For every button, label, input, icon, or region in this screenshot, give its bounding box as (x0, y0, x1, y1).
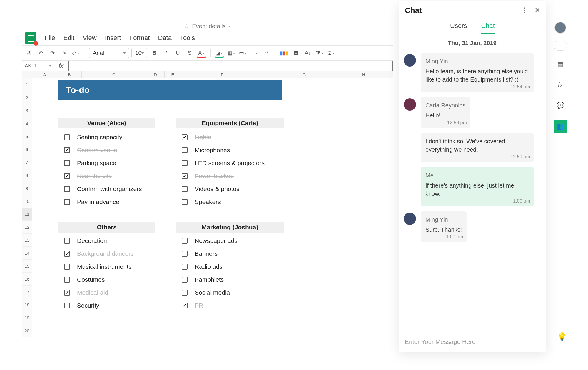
row-header[interactable]: 13 (22, 234, 32, 247)
close-icon[interactable]: ✕ (535, 6, 540, 14)
row-header[interactable]: 2 (22, 91, 32, 104)
task-checkbox[interactable] (64, 290, 70, 296)
menu-data[interactable]: Data (158, 34, 171, 42)
row-header[interactable]: 12 (22, 221, 32, 234)
task-checkbox[interactable] (182, 303, 188, 308)
row-header[interactable]: 14 (22, 247, 32, 260)
rail-extensions-icon[interactable]: ▦ (554, 58, 567, 71)
font-family-select[interactable]: Arial (89, 48, 129, 58)
task-checkbox[interactable] (64, 199, 70, 205)
task-checkbox[interactable] (182, 264, 188, 270)
column-header[interactable]: D (146, 71, 165, 78)
row-header[interactable]: 9 (22, 182, 32, 195)
row-body[interactable] (32, 104, 393, 117)
rail-comments-icon[interactable]: 💬 (554, 99, 567, 112)
menu-file[interactable]: File (45, 34, 55, 42)
row-body[interactable] (32, 208, 393, 221)
row-header[interactable]: 3 (22, 104, 32, 117)
row-header[interactable]: 11 (22, 208, 32, 221)
row-header[interactable]: 19 (22, 311, 32, 324)
chat-scroll[interactable]: Thu, 31 Jan, 2019 Ming YinHello team, is… (399, 34, 546, 331)
document-title[interactable]: Event details (192, 23, 226, 30)
menu-format[interactable]: Format (129, 34, 150, 42)
task-checkbox[interactable] (64, 277, 70, 283)
column-header[interactable]: B (57, 71, 82, 78)
row-header[interactable]: 4 (22, 117, 32, 130)
column-header[interactable]: E (165, 71, 181, 78)
menu-insert[interactable]: Insert (105, 34, 121, 42)
rail-fx-icon[interactable]: fx (554, 78, 567, 92)
tips-icon[interactable]: 💡 (555, 330, 569, 344)
row-header[interactable]: 17 (22, 286, 32, 298)
row-header[interactable]: 1 (22, 78, 32, 91)
menu-tools[interactable]: Tools (180, 34, 195, 42)
sigma-icon[interactable]: Σ (327, 48, 336, 58)
task-checkbox[interactable] (182, 134, 188, 140)
task-checkbox[interactable] (182, 160, 188, 166)
borders-icon[interactable]: ▦ (226, 48, 236, 58)
spreadsheet-grid[interactable]: ABCDEFGH 1234567891011121314151617181920… (22, 71, 393, 337)
row-body[interactable] (32, 311, 393, 324)
wrap-text-icon[interactable]: ↵ (262, 48, 271, 58)
chat-input[interactable]: Enter Your Message Here (399, 331, 546, 352)
clear-format-icon[interactable]: ◇ (71, 48, 81, 58)
rail-collaborators-icon[interactable]: 👥 (554, 120, 567, 133)
row-body[interactable] (32, 324, 393, 337)
text-color-icon[interactable]: A (197, 48, 206, 58)
strike-icon[interactable]: S (185, 48, 194, 58)
task-checkbox[interactable] (64, 173, 70, 179)
task-checkbox[interactable] (182, 173, 188, 179)
column-header[interactable]: G (263, 71, 345, 78)
row-header[interactable]: 6 (22, 143, 32, 156)
row-header[interactable]: 18 (22, 298, 32, 311)
print-icon[interactable]: 🖨 (24, 48, 34, 58)
app-logo-icon[interactable] (25, 32, 36, 44)
task-checkbox[interactable] (64, 186, 70, 192)
sort-icon[interactable]: A↓ (303, 48, 313, 58)
task-checkbox[interactable] (64, 160, 70, 166)
menu-view[interactable]: View (83, 34, 96, 42)
task-checkbox[interactable] (64, 303, 70, 308)
column-header[interactable]: C (82, 71, 146, 78)
task-checkbox[interactable] (182, 251, 188, 257)
column-header[interactable]: H (345, 71, 382, 78)
task-checkbox[interactable] (64, 134, 70, 140)
menu-edit[interactable]: Edit (63, 34, 74, 42)
row-header[interactable]: 7 (22, 156, 32, 169)
row-header[interactable]: 8 (22, 169, 32, 182)
row-header[interactable]: 5 (22, 130, 32, 143)
italic-icon[interactable]: I (161, 48, 171, 58)
underline-icon[interactable]: U (173, 48, 183, 58)
task-checkbox[interactable] (64, 251, 70, 257)
row-header[interactable]: 15 (22, 260, 32, 273)
name-box[interactable]: AK11 ▾ (22, 61, 54, 71)
chevron-down-icon[interactable]: ▾ (229, 24, 231, 29)
task-checkbox[interactable] (64, 238, 70, 244)
row-header[interactable]: 20 (22, 324, 32, 337)
more-icon[interactable]: ⋮ (521, 6, 528, 14)
row-header[interactable]: 10 (22, 195, 32, 208)
tab-users[interactable]: Users (450, 22, 467, 34)
redo-icon[interactable]: ↷ (48, 48, 57, 58)
task-checkbox[interactable] (64, 264, 70, 270)
task-checkbox[interactable] (182, 290, 188, 296)
task-checkbox[interactable] (182, 238, 188, 244)
column-header[interactable]: F (181, 71, 263, 78)
formula-bar-input[interactable] (68, 61, 393, 71)
font-size-select[interactable]: 10 (131, 48, 147, 58)
task-checkbox[interactable] (182, 277, 188, 283)
undo-icon[interactable]: ↶ (36, 48, 45, 58)
row-header[interactable]: 16 (22, 273, 32, 286)
merge-cells-icon[interactable]: ▭ (238, 48, 248, 58)
chart-icon[interactable]: ▮▮▮ (280, 48, 289, 58)
user-avatar[interactable] (554, 22, 566, 34)
align-icon[interactable]: ≡ (250, 48, 259, 58)
format-painter-icon[interactable]: ✎ (59, 48, 69, 58)
star-icon[interactable]: ☆ (184, 23, 189, 30)
column-header[interactable]: A (32, 71, 57, 78)
search-pill[interactable] (554, 41, 567, 51)
filter-icon[interactable]: ⧩ (315, 48, 324, 58)
chevron-down-icon[interactable]: ▾ (49, 64, 51, 67)
task-checkbox[interactable] (182, 199, 188, 205)
task-checkbox[interactable] (64, 147, 70, 153)
